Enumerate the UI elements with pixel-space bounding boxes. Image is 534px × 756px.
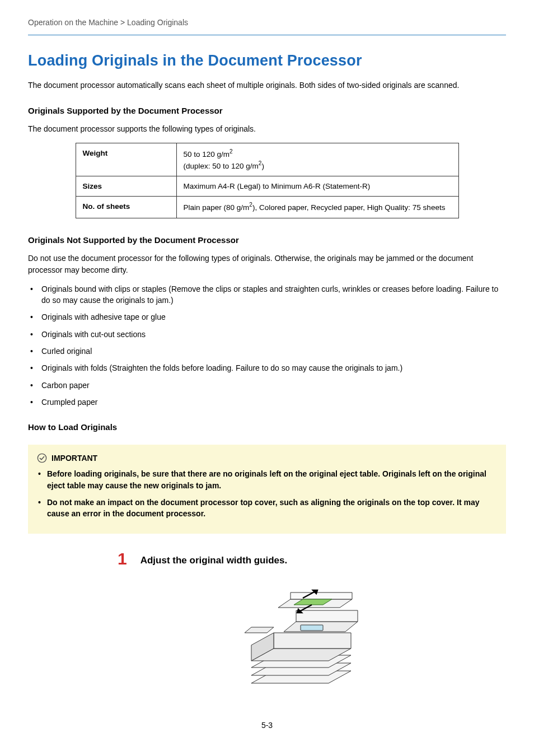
svg-point-0 xyxy=(38,454,46,462)
divider-top xyxy=(28,35,506,35)
step-1-row: 1 Adjust the original width guides. xyxy=(118,550,506,568)
step-number: 1 xyxy=(118,550,127,567)
list-item: Carbon paper xyxy=(28,380,506,391)
heading-not-supported: Originals Not Supported by the Document … xyxy=(28,234,506,246)
svg-marker-5 xyxy=(274,633,351,648)
breadcrumb: Operation on the Machine > Loading Origi… xyxy=(28,17,506,28)
spec-label-sizes: Sizes xyxy=(76,176,176,197)
spec-value-sheets: Plain paper (80 g/m2), Colored paper, Re… xyxy=(176,197,458,218)
spec-label-sheets: No. of sheets xyxy=(76,197,176,218)
list-item: Originals with folds (Straighten the fol… xyxy=(28,362,506,374)
spec-table: Weight 50 to 120 g/m2 (duplex: 50 to 120… xyxy=(76,143,459,218)
heading-supported: Originals Supported by the Document Proc… xyxy=(28,105,506,117)
table-row: Weight 50 to 120 g/m2 (duplex: 50 to 120… xyxy=(76,143,458,176)
important-callout: IMPORTANT Before loading originals, be s… xyxy=(28,445,506,534)
important-label: IMPORTANT xyxy=(51,452,97,464)
svg-marker-11 xyxy=(291,592,352,599)
svg-marker-17 xyxy=(245,627,274,633)
check-circle-icon xyxy=(37,453,47,463)
not-supported-list: Originals bound with clips or staples (R… xyxy=(28,283,506,408)
important-item: Before loading originals, be sure that t… xyxy=(38,468,497,491)
list-item: Originals with adhesive tape or glue xyxy=(28,311,506,323)
spec-label-weight: Weight xyxy=(76,143,176,176)
not-supported-lead: Do not use the document processor for th… xyxy=(28,253,506,276)
supported-lead: The document processor supports the foll… xyxy=(28,123,506,134)
printer-illustration xyxy=(95,577,506,697)
list-item: Originals bound with clips or staples (R… xyxy=(28,283,506,306)
list-item: Curled original xyxy=(28,346,506,357)
page-number: 5-3 xyxy=(28,720,506,731)
list-item: Originals with cut-out sections xyxy=(28,329,506,340)
svg-rect-9 xyxy=(301,625,323,631)
intro-paragraph: The document processor automatically sca… xyxy=(28,80,506,91)
table-row: Sizes Maximum A4-R (Legal) to Minimum A6… xyxy=(76,176,458,197)
heading-howto: How to Load Originals xyxy=(28,421,506,433)
table-row: No. of sheets Plain paper (80 g/m2), Col… xyxy=(76,197,458,218)
spec-value-weight: 50 to 120 g/m2 (duplex: 50 to 120 g/m2) xyxy=(176,143,458,176)
important-item: Do not make an impact on the document pr… xyxy=(38,497,497,520)
spec-value-sizes: Maximum A4-R (Legal) to Minimum A6-R (St… xyxy=(176,176,458,197)
step-title: Adjust the original width guides. xyxy=(140,550,288,568)
svg-marker-8 xyxy=(296,610,358,622)
list-item: Crumpled paper xyxy=(28,396,506,408)
page-title: Loading Originals in the Document Proces… xyxy=(28,50,506,72)
